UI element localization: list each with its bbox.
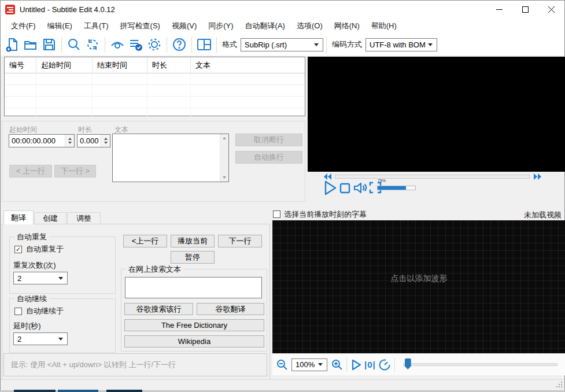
select-current-subtitle-row[interactable]: 选择当前播放时刻的字幕 (273, 209, 564, 219)
no-video-label: 未加载视频 (524, 210, 562, 220)
delay-select[interactable]: 2 (13, 332, 68, 345)
tab-adjust[interactable]: 调整 (67, 212, 101, 224)
column-header-end-time[interactable]: 结束时间 (93, 57, 147, 73)
toolbar-separator (105, 37, 105, 53)
menu-item-options[interactable]: 选项(O) (291, 19, 328, 34)
maximize-button[interactable] (512, 1, 538, 18)
subtitle-text-area[interactable] (112, 134, 229, 182)
menu-item-network[interactable]: 网络(N) (328, 19, 365, 34)
checkbox-unchecked-icon[interactable] (273, 210, 280, 218)
web-search-input[interactable] (125, 277, 262, 298)
new-file-button[interactable] (3, 36, 21, 53)
tab-translate[interactable]: 翻译 (3, 210, 34, 224)
waveform-position-slider[interactable] (403, 363, 557, 366)
encoding-select[interactable]: UTF-8 with BOM (365, 38, 437, 51)
menu-item-tools[interactable]: 工具(T) (78, 19, 115, 34)
auto-repeat-checkbox-label: 自动重复于 (26, 244, 64, 254)
spinner-arrows-icon[interactable] (101, 135, 110, 147)
repeat-count-value: 2 (14, 274, 56, 283)
open-folder-icon (23, 37, 38, 52)
web-search-group: 在网上搜索文本 谷歌搜索该行 谷歌翻译 The Free Dictionary … (121, 269, 267, 352)
desktop-sliver (14, 390, 56, 392)
google-search-button[interactable]: 谷歌搜索该行 (124, 303, 193, 315)
video-display[interactable] (308, 57, 565, 172)
menu-item-video[interactable]: 视频(V) (166, 19, 202, 34)
duration-stepper[interactable]: 0.000 (77, 134, 110, 147)
subtitle-list-view[interactable]: 编号 起始时间 结束时间 时长 文本 (4, 57, 305, 116)
free-dictionary-button[interactable]: The Free Dictionary (124, 319, 264, 331)
play-button[interactable] (323, 180, 338, 196)
minimize-button[interactable] (486, 1, 512, 18)
next-line-button[interactable]: 下一行 > (54, 165, 96, 177)
visual-sync-button[interactable] (109, 36, 126, 53)
settings-button[interactable] (146, 36, 163, 53)
scrollbar[interactable] (220, 134, 228, 182)
tab-create[interactable]: 创建 (34, 212, 67, 224)
auto-break-button[interactable]: 自动换行 (235, 151, 302, 164)
app-window: Untitled - Subtitle Edit 4.0.12 文件(F) 编辑… (0, 0, 565, 390)
zoom-out-button[interactable] (276, 358, 288, 371)
seek-back-icon[interactable] (324, 173, 332, 180)
table-row[interactable] (5, 108, 305, 119)
delay-label: 延时(秒) (13, 321, 41, 331)
seek-forward-icon[interactable] (533, 173, 541, 180)
replace-button[interactable] (84, 36, 101, 53)
format-label: 格式 (222, 39, 237, 50)
save-button[interactable] (40, 36, 58, 53)
mute-button[interactable] (353, 180, 367, 195)
spinner-arrows-icon[interactable] (65, 135, 74, 147)
waveform-zoom-value: 100% (292, 360, 316, 369)
spell-check-button[interactable] (127, 36, 145, 53)
video-seek-bar[interactable] (335, 175, 530, 179)
help-button[interactable] (171, 36, 188, 53)
layout-button[interactable] (195, 36, 213, 53)
find-button[interactable] (65, 36, 83, 53)
menu-item-sync[interactable]: 同步(Y) (202, 19, 239, 34)
column-header-number[interactable]: 编号 (5, 57, 36, 73)
resize-grip-icon[interactable] (555, 382, 562, 389)
menu-item-file[interactable]: 文件(F) (5, 19, 42, 34)
start-time-label: 起始时间 (9, 125, 37, 135)
column-header-text[interactable]: 文本 (191, 57, 305, 73)
zoom-in-button[interactable] (331, 358, 343, 371)
column-header-start-time[interactable]: 起始时间 (36, 57, 93, 73)
chevron-down-icon (318, 363, 323, 366)
subtitle-edit-panel: 起始时间 00:00:00.000 时长 0.000 文本 < 上一行 下一行 … (2, 121, 305, 202)
table-row[interactable] (5, 73, 305, 85)
google-translate-button[interactable]: 谷歌翻译 (197, 303, 264, 315)
waveform-play-button[interactable] (350, 359, 362, 371)
next-line-nav-button[interactable]: 下一行 (218, 235, 262, 247)
prev-line-nav-button[interactable]: <上一行 (123, 235, 167, 247)
start-time-stepper[interactable]: 00:00:00.000 (9, 134, 75, 147)
layout-icon (196, 37, 212, 52)
menu-item-help[interactable]: 帮助(H) (365, 19, 402, 34)
checkbox-unchecked-icon[interactable] (14, 308, 22, 315)
auto-continue-checkbox-row[interactable]: 自动继续于 (14, 306, 64, 316)
checkbox-checked-icon[interactable]: ✓ (14, 246, 22, 253)
volume-slider[interactable] (377, 186, 416, 190)
menu-item-spellcheck[interactable]: 拼写检查(S) (115, 19, 166, 34)
format-select[interactable]: SubRip (.srt) (241, 38, 323, 51)
playback-speed-button[interactable] (378, 358, 391, 371)
waveform-zoom-select[interactable]: 100% (291, 358, 327, 371)
table-row[interactable] (5, 97, 305, 108)
center-at-zero-button[interactable]: |0| (364, 360, 376, 369)
column-header-duration[interactable]: 时长 (147, 57, 191, 73)
start-time-value: 00:00:00.000 (9, 135, 65, 147)
play-current-button[interactable]: 播放当前 (171, 235, 215, 247)
wikipedia-button[interactable]: Wikipedia (124, 335, 264, 347)
controls-separator (394, 358, 395, 372)
menu-item-edit[interactable]: 编辑(E) (42, 19, 78, 34)
table-row[interactable] (5, 85, 305, 97)
open-file-button[interactable] (22, 36, 39, 53)
slider-thumb[interactable] (405, 358, 411, 369)
pause-button[interactable]: 暂停 (171, 251, 215, 264)
auto-repeat-checkbox-row[interactable]: ✓ 自动重复于 (14, 244, 64, 254)
close-button[interactable] (538, 1, 564, 18)
prev-line-button[interactable]: < 上一行 (9, 165, 52, 177)
menu-item-autotranslate[interactable]: 自动翻译(A) (239, 19, 291, 34)
stop-button[interactable] (339, 183, 350, 194)
waveform-area[interactable]: 点击以添加波形 (272, 220, 565, 353)
unbreak-button[interactable]: 取消断行 (235, 134, 302, 146)
repeat-count-select[interactable]: 2 (13, 272, 68, 284)
